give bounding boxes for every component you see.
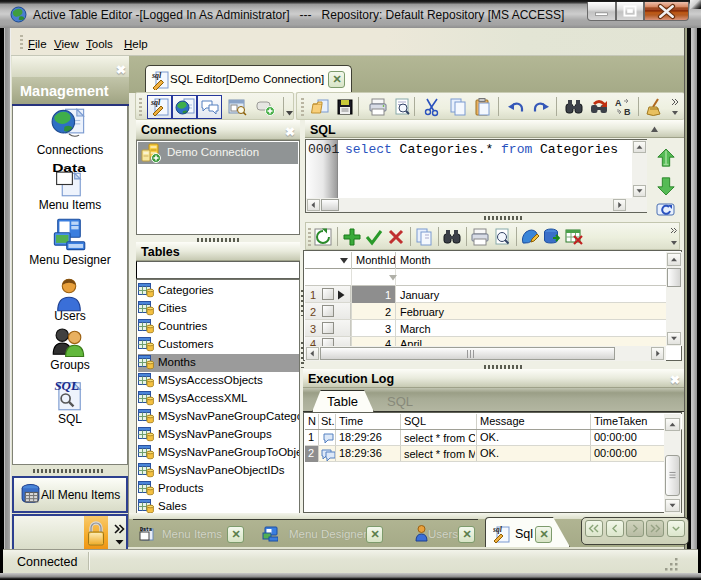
svg-text:A: A — [615, 98, 622, 108]
svg-text:sql: sql — [493, 525, 503, 534]
svg-text:Data: Data — [140, 527, 152, 533]
svg-text:sql: sql — [151, 71, 162, 80]
svg-text:B: B — [624, 107, 631, 117]
svg-text:SQL: SQL — [54, 378, 79, 393]
svg-text:Data: Data — [52, 162, 86, 175]
svg-text:sql: sql — [150, 98, 161, 107]
